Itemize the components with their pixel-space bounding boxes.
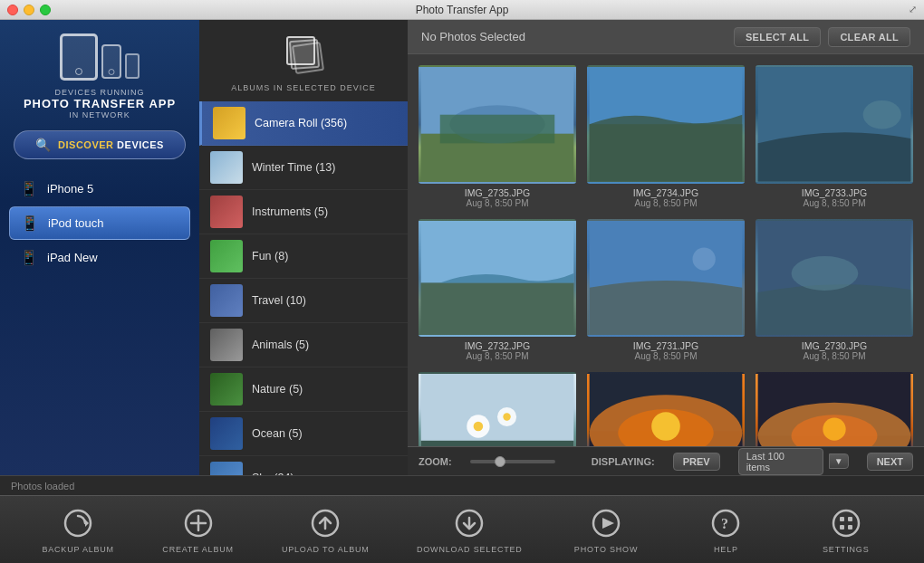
photo-thumbnail	[756, 372, 913, 446]
photo-svg	[420, 374, 574, 446]
photo-svg	[589, 67, 743, 182]
help-svg: ?	[709, 507, 742, 539]
devices-icon-group	[60, 33, 140, 81]
phone-icon: 📱	[20, 180, 38, 197]
album-item-sky[interactable]: Sky (24)	[199, 456, 408, 475]
maximize-button[interactable]	[40, 5, 51, 15]
svg-marker-31	[85, 520, 89, 527]
album-panel: ALBUMS IN SELECTED DEVICE Camera Roll (3…	[199, 20, 408, 475]
close-button[interactable]	[7, 5, 18, 15]
app-name-label: PHOTO TRANSFER APP	[24, 97, 176, 110]
download-icon	[452, 506, 486, 540]
photo-thumbnail	[587, 65, 745, 184]
discover-devices-button[interactable]: 🔍 DISCOVER DEVICES	[14, 130, 186, 159]
clear-all-button[interactable]: CLEAR ALL	[828, 27, 910, 47]
album-thumb	[210, 196, 243, 228]
album-item-nature[interactable]: Nature (5)	[199, 367, 408, 412]
window-title: Photo Transfer App	[416, 4, 509, 16]
album-name: Instruments (5)	[252, 205, 328, 218]
photo-name: IMG_2731.JPG	[633, 340, 698, 351]
status-bar: Photos loaded	[0, 475, 924, 495]
svg-rect-4	[590, 67, 743, 124]
album-item-animals[interactable]: Animals (5)	[199, 323, 408, 367]
album-name: Ocean (5)	[252, 427, 303, 440]
backup-svg	[62, 507, 94, 539]
photo-svg	[757, 374, 911, 446]
album-item-winter-time[interactable]: Winter Time (13)	[199, 146, 408, 190]
device-item-ipodtouch[interactable]: 📱 iPod touch	[9, 206, 190, 240]
device-item-iphone5[interactable]: 📱 iPhone 5	[9, 173, 190, 205]
download-label: DOWNLOAD SELECTED	[417, 545, 523, 554]
ipod-icon: 📱	[21, 215, 39, 232]
photo-thumbnail	[419, 372, 576, 446]
photo-item-2728[interactable]: IMG_2728.JPG Aug 8, 8:50 PM	[587, 372, 745, 446]
next-button[interactable]: NEXT	[867, 453, 913, 471]
photo-item-2731[interactable]: IMG_2731.JPG Aug 8, 8:50 PM	[587, 219, 745, 362]
photo-item-2730[interactable]: IMG_2730.JPG Aug 8, 8:50 PM	[756, 219, 913, 362]
svg-point-17	[474, 422, 484, 432]
album-item-ocean[interactable]: Ocean (5)	[199, 412, 408, 456]
album-item-camera-roll[interactable]: Camera Roll (356)	[199, 101, 408, 146]
toolbar-item-photoshow[interactable]: PHOTO SHOW	[570, 506, 642, 554]
svg-rect-47	[848, 525, 852, 530]
photo-item-2729[interactable]: IMG_2729.JPG Aug 8, 8:50 PM	[419, 372, 576, 446]
device-list: 📱 iPhone 5 📱 iPod touch 📱 iPad New	[9, 173, 190, 275]
minimize-button[interactable]	[24, 5, 34, 15]
toolbar-item-backup[interactable]: BACKUP ALBUM	[42, 506, 114, 554]
album-item-instruments[interactable]: Instruments (5)	[199, 190, 408, 234]
album-name: Fun (8)	[252, 250, 288, 262]
zoom-thumb[interactable]	[495, 456, 505, 467]
upload-label: UPLOAD TO ALBUM	[282, 545, 370, 554]
svg-point-11	[693, 247, 716, 270]
toolbar-item-create[interactable]: CREATE ALBUM	[162, 506, 235, 554]
album-scroll[interactable]: Camera Roll (356) Winter Time (13) Instr…	[199, 101, 408, 475]
photo-item-2733[interactable]: IMG_2733.JPG Aug 8, 8:50 PM	[756, 65, 913, 208]
svg-rect-9	[421, 282, 574, 335]
tablet-icon	[60, 33, 98, 81]
select-arrow-icon[interactable]: ▼	[829, 453, 849, 469]
display-select[interactable]: Last 100 items	[738, 448, 823, 475]
album-item-travel[interactable]: Travel (10)	[199, 279, 408, 323]
photo-footer: ZOOM: DISPLAYING: PREV Last 100 items ▼ …	[408, 446, 924, 475]
album-thumb	[210, 151, 243, 184]
photoshow-icon	[589, 506, 623, 540]
svg-marker-40	[602, 518, 614, 529]
album-thumb	[210, 284, 243, 317]
photo-thumbnail	[587, 372, 745, 446]
album-thumb	[210, 240, 243, 272]
toolbar-item-download[interactable]: DOWNLOAD SELECTED	[417, 506, 523, 554]
settings-svg	[830, 507, 862, 539]
photo-thumbnail	[419, 65, 576, 184]
settings-label: SETTINGS	[823, 545, 869, 554]
prev-button[interactable]: PREV	[673, 453, 720, 471]
album-thumb	[210, 417, 243, 450]
toolbar: BACKUP ALBUM CREATE ALBUM UPLOAD TO ALBU…	[0, 495, 924, 563]
upload-icon	[308, 506, 342, 540]
select-all-button[interactable]: SELECT ALL	[734, 27, 821, 47]
toolbar-item-upload[interactable]: UPLOAD TO ALBUM	[282, 506, 370, 554]
photo-item-2727[interactable]: IMG_2727.JPG Aug 8, 8:50 PM	[756, 372, 913, 446]
photo-item-2732[interactable]: IMG_2732.JPG Aug 8, 8:50 PM	[419, 219, 576, 362]
toolbar-item-help[interactable]: ? HELP	[689, 506, 762, 554]
photo-name: IMG_2732.JPG	[465, 340, 530, 351]
photo-grid: IMG_2735.JPG Aug 8, 8:50 PM IMG_2734.JPG…	[408, 54, 924, 446]
svg-text:?: ?	[721, 516, 728, 531]
zoom-slider[interactable]	[470, 460, 555, 463]
album-thumb	[210, 373, 243, 406]
photo-item-2735[interactable]: IMG_2735.JPG Aug 8, 8:50 PM	[419, 65, 576, 208]
photo-item-2734[interactable]: IMG_2734.JPG Aug 8, 8:50 PM	[587, 65, 745, 208]
svg-point-7	[863, 100, 901, 129]
create-label: CREATE ALBUM	[162, 545, 233, 554]
device-item-ipadnew[interactable]: 📱 iPad New	[9, 242, 190, 273]
display-select-wrapper[interactable]: Last 100 items ▼	[738, 448, 849, 475]
album-name: Animals (5)	[252, 339, 309, 351]
header-buttons: SELECT ALL CLEAR ALL	[734, 27, 910, 47]
help-icon: ?	[708, 506, 743, 540]
upload-svg	[309, 507, 342, 539]
toolbar-item-settings[interactable]: SETTINGS	[810, 506, 882, 554]
discover-btn-label: DISCOVER DEVICES	[58, 139, 164, 150]
svg-rect-8	[421, 221, 574, 283]
photo-name: IMG_2735.JPG	[465, 187, 530, 198]
svg-rect-3	[440, 115, 555, 144]
album-item-fun[interactable]: Fun (8)	[199, 234, 408, 279]
